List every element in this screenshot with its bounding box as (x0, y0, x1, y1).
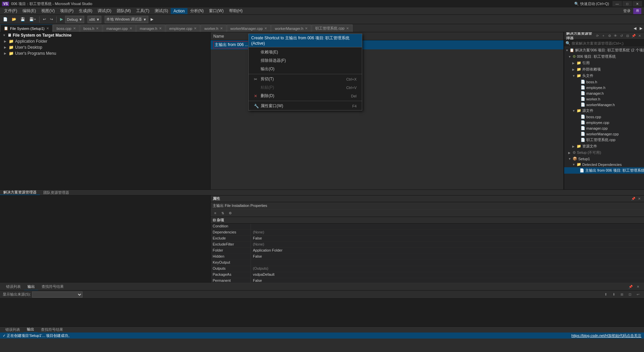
bottom-tab-error-list[interactable]: 错误列表 (2, 327, 23, 333)
ctx-delete[interactable]: ✕ 删除(D) Del (249, 92, 362, 100)
props-alpha-btn[interactable]: ⇅ (219, 210, 226, 216)
tb-redo[interactable]: ↪ (48, 16, 55, 23)
minimize-button[interactable]: — (612, 1, 622, 6)
panel-tab-solution-explorer[interactable]: 解决方案资源管理器 (0, 190, 40, 195)
menu-team[interactable]: 团队(M) (114, 7, 133, 14)
menu-edit[interactable]: 编辑(E) (20, 7, 39, 14)
tab-workermanager-h[interactable]: workerManager.h ✕ (271, 25, 311, 32)
status-link[interactable]: https://blog.csdn.net/H加初始代码点击关注 (572, 333, 641, 338)
prop-packageas[interactable]: PackageAs vsdpaDefault (211, 272, 644, 278)
sol-pin-btn[interactable]: 📌 (631, 33, 636, 39)
output-tb-btn-1[interactable]: ⬆ (602, 292, 609, 298)
tab-boss-h[interactable]: boss.h ✕ (80, 25, 102, 32)
sol-node-references[interactable]: ▶ 📁 引用 (564, 60, 644, 66)
debug-config-dropdown[interactable]: Debug ▼ (65, 16, 84, 23)
tb-start[interactable]: ▶ (58, 16, 64, 23)
tb-save[interactable]: 💾 (19, 16, 27, 23)
tab-close-worker-h[interactable]: ✕ (220, 27, 223, 30)
tab-close-workermanager-cpp[interactable]: ✕ (264, 27, 267, 30)
local-debug-dropdown[interactable]: 本地 Windows 调试器 ▼ (105, 16, 148, 23)
panel-tab-team-resources[interactable]: 团队资源管理器 (40, 190, 72, 195)
output-tb-btn-5[interactable]: ↩ (635, 292, 641, 298)
tab-close-filesystem[interactable]: ✕ (46, 27, 49, 30)
tab-manager-h[interactable]: manager.h ✕ (136, 25, 165, 32)
output-tab-find-symbols[interactable]: 查找符号结果 (38, 283, 67, 290)
prop-excludefilter[interactable]: ExcludeFilter (None) (211, 242, 644, 248)
menu-action[interactable]: Action (171, 8, 187, 14)
menu-analyze[interactable]: 分析(N) (187, 7, 207, 14)
sol-node-sources[interactable]: ▼ 📁 源文件 (564, 107, 644, 114)
sol-new-sol-btn[interactable]: + (601, 33, 606, 39)
tab-close-zhigong-cpp[interactable]: ✕ (346, 27, 349, 30)
output-tab-error-list[interactable]: 错误列表 (3, 283, 24, 290)
menu-help[interactable]: 帮助(H) (226, 7, 246, 14)
sol-node-solution[interactable]: ▼ 📋 解决方案'006 项目: 职工管理系统' (2 个项目) (564, 47, 644, 53)
output-pin-btn[interactable]: 📌 (627, 284, 634, 290)
menu-file[interactable]: 文件(F) (1, 7, 20, 14)
sol-node-project-main[interactable]: ▼ ⚙ 006 项目: 职工管理系统 (564, 53, 644, 60)
prop-outputs[interactable]: Outputs (Outputs) (211, 266, 644, 272)
bottom-tab-output[interactable]: 输出 (23, 326, 38, 333)
sol-node-worker-h[interactable]: ▶ 📄 worker.h (564, 96, 644, 102)
sol-close-btn[interactable]: ✕ (637, 33, 642, 39)
tab-close-manager-h[interactable]: ✕ (159, 27, 162, 30)
sol-node-external-deps[interactable]: ▶ 📁 外部依赖项 (564, 66, 644, 73)
sol-node-setup1[interactable]: ▼ 📦 Setup1 (564, 156, 644, 162)
sol-node-manager-cpp[interactable]: ▶ 📄 manager.cpp (564, 125, 644, 131)
sol-node-setup-disabled[interactable]: ▶ ⚙ Setup (不可用) (564, 149, 644, 156)
menu-build[interactable]: 生成(B) (76, 7, 95, 14)
account-button[interactable]: 登录 (621, 8, 633, 13)
ctx-exclude-filter[interactable]: 排除筛选器(F) (249, 56, 362, 65)
tab-close-boss-h[interactable]: ✕ (96, 27, 99, 30)
tab-close-employee-cpp[interactable]: ✕ (194, 27, 197, 30)
sol-node-main-output[interactable]: ▶ 📄 主输出 from 006 项目: 职工管理系统 (Activ... (564, 167, 644, 174)
sol-node-boss-cpp[interactable]: ▶ 📄 boss.cpp (564, 114, 644, 120)
props-categories-btn[interactable]: ≡ (212, 210, 219, 216)
bottom-tab-find-symbols[interactable]: 查找符号结果 (38, 327, 66, 333)
ctx-properties[interactable]: 🔧 属性窗口(W) F4 (249, 102, 362, 110)
sol-refresh-btn[interactable]: ↺ (619, 33, 624, 39)
prop-permanent[interactable]: Permanent False (211, 278, 644, 283)
ctx-cut[interactable]: ✂ 剪切(T) Ctrl+X (249, 75, 362, 83)
tb-open[interactable]: 📂 (10, 16, 18, 23)
tab-boss-cpp[interactable]: boss.cpp ✕ (53, 25, 79, 32)
tb-debug-start[interactable]: ▶ (149, 16, 155, 23)
menu-tools[interactable]: 工具(T) (133, 7, 152, 14)
prop-hidden[interactable]: Hidden False (211, 254, 644, 260)
menu-debug[interactable]: 调试(D) (95, 7, 114, 14)
sol-node-workermanager-cpp[interactable]: ▶ 📄 workerManager.cpp (564, 131, 644, 137)
tree-item-programs[interactable]: ▶ 📁 User's Programs Menu (0, 50, 210, 56)
sol-node-headers[interactable]: ▼ 📁 头文件 (564, 73, 644, 79)
props-close-btn[interactable]: ✕ (637, 196, 642, 202)
output-tb-btn-2[interactable]: ⬇ (610, 292, 617, 298)
sol-node-manager-h[interactable]: ▶ 📄 manager.h (564, 90, 644, 96)
ctx-output[interactable]: 输出(O) (249, 65, 362, 73)
output-close-btn[interactable]: ✕ (635, 284, 641, 290)
output-tb-btn-4[interactable]: ⊡ (627, 292, 633, 298)
menu-window[interactable]: 窗口(W) (206, 7, 226, 14)
prop-folder[interactable]: Folder Application Folder (211, 248, 644, 254)
sol-node-employee-cpp[interactable]: ▶ 📄 employee.cpp (564, 120, 644, 125)
prop-keyoutput[interactable]: KeyOutput (211, 260, 644, 266)
sol-node-employee-h[interactable]: ▶ 📄 employee.h (564, 85, 644, 90)
solution-search-input[interactable] (572, 41, 643, 45)
output-tb-btn-3[interactable]: ⊞ (619, 292, 625, 298)
maximize-button[interactable]: □ (623, 1, 632, 6)
menu-view[interactable]: 视图(V) (39, 7, 57, 14)
tree-item-desktop[interactable]: ▶ 📁 User's Desktop (0, 44, 210, 50)
prop-condition[interactable]: Condition (211, 224, 644, 230)
sol-node-resources[interactable]: ▶ 📁 资源文件 (564, 143, 644, 149)
sol-props-btn[interactable]: ⚙ (607, 33, 612, 39)
props-pin-btn[interactable]: 📌 (631, 196, 636, 202)
tab-close-boss-cpp[interactable]: ✕ (73, 27, 76, 30)
sol-node-detected-deps[interactable]: ▼ 📁 Detected Dependencies (564, 162, 644, 167)
tab-filesystem-setup1[interactable]: 📋 File System (Setup1) ✕ (0, 25, 53, 32)
platform-dropdown[interactable]: x86 ▼ (88, 16, 102, 23)
tab-worker-h[interactable]: worker.h ✕ (201, 25, 226, 32)
quick-search-bar[interactable]: 🔍 快速启动 (Ctrl+Q) (574, 1, 609, 6)
output-tab-output[interactable]: 输出 (24, 283, 38, 290)
sol-sync-btn[interactable]: ⟳ (595, 33, 600, 39)
props-proppage-btn[interactable]: ⚙ (227, 210, 233, 216)
tb-undo[interactable]: ↩ (41, 16, 48, 23)
tree-item-appfolder[interactable]: ▶ 📁 Application Folder (0, 38, 210, 44)
